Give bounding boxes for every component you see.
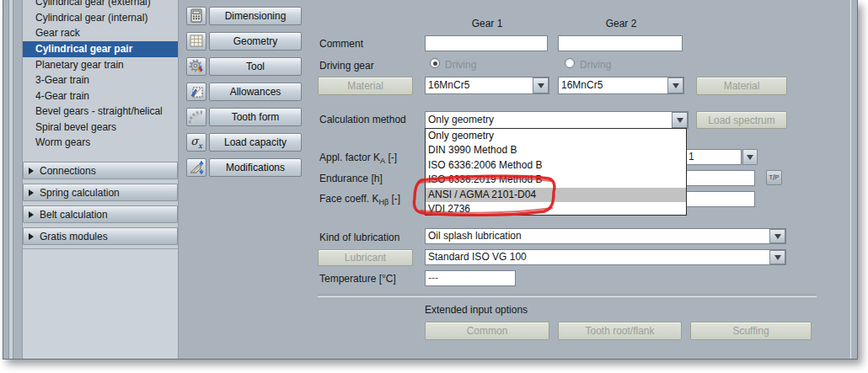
dropdown-option-only-geometry[interactable]: Only geometry (426, 129, 686, 143)
lubricant-value: Standard ISO VG 100 (428, 250, 527, 264)
gear-tool-icon (189, 59, 204, 74)
kind-of-lubrication-select[interactable]: Oil splash lubrication (425, 228, 786, 244)
chevron-down-icon[interactable] (769, 250, 785, 264)
tree-item-planetary-gear-train[interactable]: Planetary gear train (23, 57, 178, 73)
driving-gear2-radio[interactable] (565, 58, 575, 68)
comment-gear1-input[interactable] (425, 35, 548, 51)
tree-item-gear-rack[interactable]: Gear rack (23, 25, 178, 41)
material-gear2-value: 16MnCr5 (561, 77, 603, 93)
tree-group-spring-calculation[interactable]: Spring calculation (23, 184, 178, 201)
kind-of-lubrication-label: Kind of lubrication (319, 232, 399, 243)
triangle-glyph (538, 83, 544, 88)
lubricant-button[interactable]: Lubricant (318, 249, 413, 266)
tree-item-4-gear-train[interactable]: 4-Gear train (23, 88, 178, 104)
chevron-down-icon[interactable] (533, 77, 549, 93)
tree-item-bevel-gears[interactable]: Bevel gears - straight/helical (23, 104, 178, 120)
tree-item-3-gear-train[interactable]: 3-Gear train (23, 72, 178, 88)
chevron-down-icon[interactable] (667, 77, 683, 93)
comment-gear2-input[interactable] (558, 35, 683, 51)
torque-power-toggle-button[interactable]: T/P (766, 170, 782, 185)
chevron-right-icon (29, 211, 34, 218)
load-capacity-icon-button[interactable]: σx (186, 133, 206, 152)
tree-empty-pane (23, 248, 178, 359)
calculation-method-value: Only geometry (428, 112, 494, 128)
appl-factor-value: 1 (689, 151, 694, 163)
triangle-glyph (672, 83, 679, 88)
dropdown-option-din-3990[interactable]: DIN 3990 Method B (426, 143, 686, 157)
triangle-glyph (747, 155, 753, 160)
chevron-down-icon[interactable] (672, 112, 688, 128)
modifications-button[interactable]: Modifications (209, 158, 302, 177)
separator-line (318, 294, 817, 297)
tool-icon-button[interactable] (186, 57, 206, 76)
lubricant-select[interactable]: Standard ISO VG 100 (425, 249, 786, 265)
dropdown-option-iso-6336-2019[interactable]: ISO 6336:2019 Method B (426, 173, 686, 187)
tooth-form-button[interactable]: Tooth form (209, 108, 302, 126)
chevron-down-icon[interactable] (769, 229, 785, 243)
driving-gear1-radio[interactable] (430, 58, 440, 68)
application-window: Cylindrical gear (external) Cylindrical … (3, 0, 858, 360)
calculator-icon (189, 8, 204, 24)
material-gear1-button[interactable]: Material (318, 77, 413, 95)
tooth-root-flank-button[interactable]: Tooth root/flank (558, 322, 682, 340)
appl-factor-label: Appl. factor KA [-] (319, 152, 397, 163)
dropdown-option-ansi-agma-highlighted[interactable]: ANSI / AGMA 2101-D04 (426, 188, 686, 202)
tree-item-cylindrical-gear-pair-selected[interactable]: Cylindrical gear pair (23, 41, 178, 57)
right-panel-edge (850, 0, 851, 359)
modifications-icon-button[interactable] (186, 158, 206, 177)
tree-group-label: Belt calculation (40, 209, 108, 221)
calculation-method-label: Calculation method (319, 114, 406, 125)
sigma-icon: σx (190, 136, 201, 150)
gear2-header: Gear 2 (558, 18, 684, 29)
endurance-label: Endurance [h] (319, 173, 383, 184)
chevron-right-icon (29, 168, 34, 174)
common-button[interactable]: Common (425, 322, 549, 340)
chevron-right-icon (29, 233, 34, 240)
material-gear2-button[interactable]: Material (696, 77, 787, 95)
tree-group-gratis-modules[interactable]: Gratis modules (23, 227, 178, 245)
load-capacity-button[interactable]: Load capacity (209, 133, 302, 152)
geometry-icon-button[interactable] (186, 32, 206, 51)
chevron-down-icon[interactable] (742, 149, 758, 165)
extended-input-options-label: Extended input options (425, 304, 528, 316)
tree-item-cylindrical-gear-internal[interactable]: Cylindrical gear (internal) (23, 10, 178, 26)
material-gear1-select[interactable]: 16MnCr5 (425, 77, 549, 94)
allowances-button[interactable]: Allowances (209, 83, 302, 101)
left-splitter-strip[interactable] (8, 0, 13, 359)
triangle-glyph (774, 234, 781, 239)
dropdown-option-iso-6336-2006[interactable]: ISO 6336:2006 Method B (426, 158, 686, 173)
dimensioning-icon-button[interactable] (186, 7, 206, 25)
tooth-form-icon-button[interactable] (186, 108, 206, 126)
load-spectrum-button[interactable]: Load spectrum (696, 111, 787, 129)
geometry-button[interactable]: Geometry (209, 32, 302, 51)
module-tree-panel: Cylindrical gear (external) Cylindrical … (22, 0, 179, 359)
tree-group-belt-calculation[interactable]: Belt calculation (23, 205, 178, 223)
calculation-method-dropdown-list: Only geometry DIN 3990 Method B ISO 6336… (425, 128, 687, 216)
triangle-glyph (677, 118, 683, 123)
scuffing-button[interactable]: Scuffing (690, 322, 812, 340)
tree-item-spiral-bevel-gears[interactable]: Spiral bevel gears (23, 120, 178, 136)
triangle-glyph (774, 255, 781, 260)
temperature-input[interactable]: --- (425, 270, 516, 286)
dimensioning-button[interactable]: Dimensioning (209, 7, 302, 25)
gear-sector-icon (189, 109, 204, 125)
tree-group-label: Spring calculation (40, 187, 120, 199)
material-gear2-select[interactable]: 16MnCr5 (558, 77, 684, 94)
tool-button[interactable]: Tool (209, 57, 302, 76)
pencil-ruler-icon (189, 84, 204, 99)
driving-gear1-radio-label: Driving (445, 59, 476, 71)
kind-of-lubrication-value: Oil splash lubrication (428, 229, 522, 243)
dropdown-option-vdi-2736[interactable]: VDI 2736 (426, 202, 686, 216)
tree-group-connections[interactable]: Connections (23, 162, 178, 179)
tree-group-label: Gratis modules (40, 231, 108, 242)
gear1-header: Gear 1 (425, 18, 549, 29)
driving-gear2-radio-label: Driving (580, 59, 611, 71)
allowances-icon-button[interactable] (186, 83, 206, 101)
face-coeff-label: Face coeff. KHβ [-] (319, 193, 400, 205)
calculation-method-select[interactable]: Only geometry (425, 111, 689, 129)
chevron-right-icon (29, 189, 34, 196)
tree-item-cylindrical-gear-external[interactable]: Cylindrical gear (external) (23, 0, 178, 10)
grid-icon (189, 34, 204, 49)
driving-gear-label: Driving gear (319, 60, 374, 72)
tree-item-worm-gears[interactable]: Worm gears (23, 135, 178, 151)
